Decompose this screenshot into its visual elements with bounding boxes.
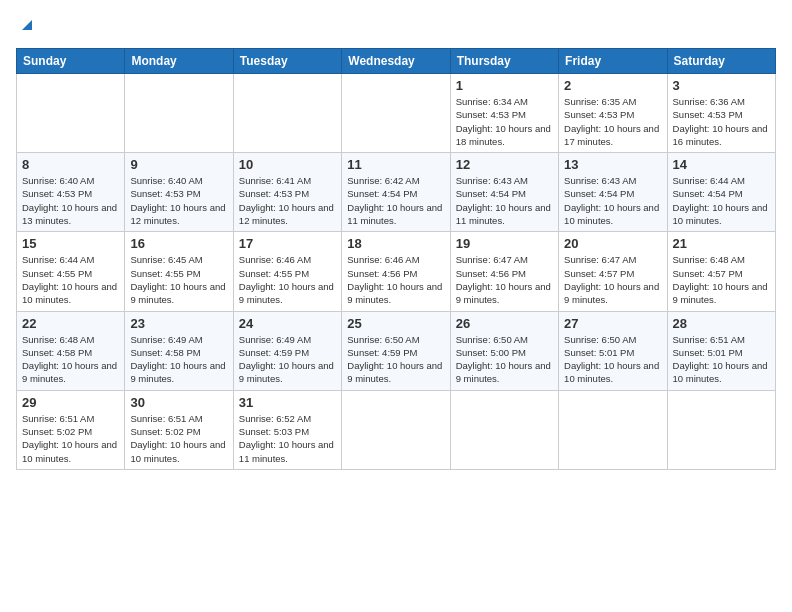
calendar-cell: 23Sunrise: 6:49 AMSunset: 4:58 PMDayligh… [125, 311, 233, 390]
logo-icon [18, 16, 36, 34]
day-info: Sunrise: 6:45 AMSunset: 4:55 PMDaylight:… [130, 253, 227, 306]
day-number: 18 [347, 236, 444, 251]
calendar-week-row: 15Sunrise: 6:44 AMSunset: 4:55 PMDayligh… [17, 232, 776, 311]
calendar-cell: 16Sunrise: 6:45 AMSunset: 4:55 PMDayligh… [125, 232, 233, 311]
calendar-header-monday: Monday [125, 49, 233, 74]
day-number: 9 [130, 157, 227, 172]
calendar-cell: 30Sunrise: 6:51 AMSunset: 5:02 PMDayligh… [125, 390, 233, 469]
day-info: Sunrise: 6:50 AMSunset: 4:59 PMDaylight:… [347, 333, 444, 386]
day-info: Sunrise: 6:35 AMSunset: 4:53 PMDaylight:… [564, 95, 661, 148]
day-number: 2 [564, 78, 661, 93]
day-info: Sunrise: 6:48 AMSunset: 4:58 PMDaylight:… [22, 333, 119, 386]
day-number: 24 [239, 316, 336, 331]
day-info: Sunrise: 6:40 AMSunset: 4:53 PMDaylight:… [22, 174, 119, 227]
calendar-week-row: 22Sunrise: 6:48 AMSunset: 4:58 PMDayligh… [17, 311, 776, 390]
calendar-header-thursday: Thursday [450, 49, 558, 74]
calendar-cell [667, 390, 775, 469]
calendar-cell: 8Sunrise: 6:40 AMSunset: 4:53 PMDaylight… [17, 153, 125, 232]
day-info: Sunrise: 6:48 AMSunset: 4:57 PMDaylight:… [673, 253, 770, 306]
day-number: 28 [673, 316, 770, 331]
calendar-cell [342, 390, 450, 469]
calendar-cell: 19Sunrise: 6:47 AMSunset: 4:56 PMDayligh… [450, 232, 558, 311]
calendar-cell: 29Sunrise: 6:51 AMSunset: 5:02 PMDayligh… [17, 390, 125, 469]
day-number: 8 [22, 157, 119, 172]
calendar-cell: 28Sunrise: 6:51 AMSunset: 5:01 PMDayligh… [667, 311, 775, 390]
day-info: Sunrise: 6:43 AMSunset: 4:54 PMDaylight:… [564, 174, 661, 227]
day-info: Sunrise: 6:50 AMSunset: 5:00 PMDaylight:… [456, 333, 553, 386]
day-number: 17 [239, 236, 336, 251]
day-info: Sunrise: 6:46 AMSunset: 4:56 PMDaylight:… [347, 253, 444, 306]
calendar-cell: 3Sunrise: 6:36 AMSunset: 4:53 PMDaylight… [667, 74, 775, 153]
calendar-week-row: 8Sunrise: 6:40 AMSunset: 4:53 PMDaylight… [17, 153, 776, 232]
calendar-week-row: 1Sunrise: 6:34 AMSunset: 4:53 PMDaylight… [17, 74, 776, 153]
calendar-week-row: 29Sunrise: 6:51 AMSunset: 5:02 PMDayligh… [17, 390, 776, 469]
svg-marker-0 [22, 20, 32, 30]
day-number: 12 [456, 157, 553, 172]
calendar-cell: 11Sunrise: 6:42 AMSunset: 4:54 PMDayligh… [342, 153, 450, 232]
calendar-cell: 12Sunrise: 6:43 AMSunset: 4:54 PMDayligh… [450, 153, 558, 232]
calendar-cell: 10Sunrise: 6:41 AMSunset: 4:53 PMDayligh… [233, 153, 341, 232]
day-info: Sunrise: 6:34 AMSunset: 4:53 PMDaylight:… [456, 95, 553, 148]
day-number: 14 [673, 157, 770, 172]
day-number: 10 [239, 157, 336, 172]
calendar-cell: 1Sunrise: 6:34 AMSunset: 4:53 PMDaylight… [450, 74, 558, 153]
day-number: 29 [22, 395, 119, 410]
day-info: Sunrise: 6:51 AMSunset: 5:02 PMDaylight:… [130, 412, 227, 465]
day-number: 31 [239, 395, 336, 410]
day-number: 26 [456, 316, 553, 331]
day-info: Sunrise: 6:42 AMSunset: 4:54 PMDaylight:… [347, 174, 444, 227]
day-number: 16 [130, 236, 227, 251]
day-info: Sunrise: 6:44 AMSunset: 4:54 PMDaylight:… [673, 174, 770, 227]
calendar-cell [559, 390, 667, 469]
day-info: Sunrise: 6:41 AMSunset: 4:53 PMDaylight:… [239, 174, 336, 227]
calendar-cell: 24Sunrise: 6:49 AMSunset: 4:59 PMDayligh… [233, 311, 341, 390]
day-number: 20 [564, 236, 661, 251]
calendar-header-row: SundayMondayTuesdayWednesdayThursdayFrid… [17, 49, 776, 74]
calendar-cell: 20Sunrise: 6:47 AMSunset: 4:57 PMDayligh… [559, 232, 667, 311]
day-info: Sunrise: 6:52 AMSunset: 5:03 PMDaylight:… [239, 412, 336, 465]
page-header [16, 16, 776, 36]
day-number: 1 [456, 78, 553, 93]
day-number: 27 [564, 316, 661, 331]
calendar-cell: 14Sunrise: 6:44 AMSunset: 4:54 PMDayligh… [667, 153, 775, 232]
calendar-cell: 2Sunrise: 6:35 AMSunset: 4:53 PMDaylight… [559, 74, 667, 153]
calendar-cell [450, 390, 558, 469]
day-info: Sunrise: 6:36 AMSunset: 4:53 PMDaylight:… [673, 95, 770, 148]
calendar-cell: 31Sunrise: 6:52 AMSunset: 5:03 PMDayligh… [233, 390, 341, 469]
day-info: Sunrise: 6:47 AMSunset: 4:56 PMDaylight:… [456, 253, 553, 306]
calendar-header-sunday: Sunday [17, 49, 125, 74]
day-info: Sunrise: 6:49 AMSunset: 4:58 PMDaylight:… [130, 333, 227, 386]
day-number: 19 [456, 236, 553, 251]
logo [16, 16, 36, 36]
calendar-cell [342, 74, 450, 153]
day-number: 3 [673, 78, 770, 93]
calendar-cell: 18Sunrise: 6:46 AMSunset: 4:56 PMDayligh… [342, 232, 450, 311]
calendar-cell: 17Sunrise: 6:46 AMSunset: 4:55 PMDayligh… [233, 232, 341, 311]
calendar-table: SundayMondayTuesdayWednesdayThursdayFrid… [16, 48, 776, 470]
day-info: Sunrise: 6:44 AMSunset: 4:55 PMDaylight:… [22, 253, 119, 306]
calendar-cell: 13Sunrise: 6:43 AMSunset: 4:54 PMDayligh… [559, 153, 667, 232]
calendar-cell: 9Sunrise: 6:40 AMSunset: 4:53 PMDaylight… [125, 153, 233, 232]
calendar-cell: 22Sunrise: 6:48 AMSunset: 4:58 PMDayligh… [17, 311, 125, 390]
day-info: Sunrise: 6:47 AMSunset: 4:57 PMDaylight:… [564, 253, 661, 306]
calendar-header-tuesday: Tuesday [233, 49, 341, 74]
day-number: 25 [347, 316, 444, 331]
day-number: 11 [347, 157, 444, 172]
calendar-header-wednesday: Wednesday [342, 49, 450, 74]
day-info: Sunrise: 6:49 AMSunset: 4:59 PMDaylight:… [239, 333, 336, 386]
day-number: 23 [130, 316, 227, 331]
day-info: Sunrise: 6:43 AMSunset: 4:54 PMDaylight:… [456, 174, 553, 227]
day-info: Sunrise: 6:46 AMSunset: 4:55 PMDaylight:… [239, 253, 336, 306]
calendar-cell [233, 74, 341, 153]
day-number: 22 [22, 316, 119, 331]
calendar-header-saturday: Saturday [667, 49, 775, 74]
calendar-cell: 26Sunrise: 6:50 AMSunset: 5:00 PMDayligh… [450, 311, 558, 390]
calendar-cell: 15Sunrise: 6:44 AMSunset: 4:55 PMDayligh… [17, 232, 125, 311]
calendar-cell: 27Sunrise: 6:50 AMSunset: 5:01 PMDayligh… [559, 311, 667, 390]
calendar-header-friday: Friday [559, 49, 667, 74]
calendar-cell [125, 74, 233, 153]
day-number: 21 [673, 236, 770, 251]
day-info: Sunrise: 6:51 AMSunset: 5:02 PMDaylight:… [22, 412, 119, 465]
calendar-cell: 21Sunrise: 6:48 AMSunset: 4:57 PMDayligh… [667, 232, 775, 311]
calendar-cell: 25Sunrise: 6:50 AMSunset: 4:59 PMDayligh… [342, 311, 450, 390]
